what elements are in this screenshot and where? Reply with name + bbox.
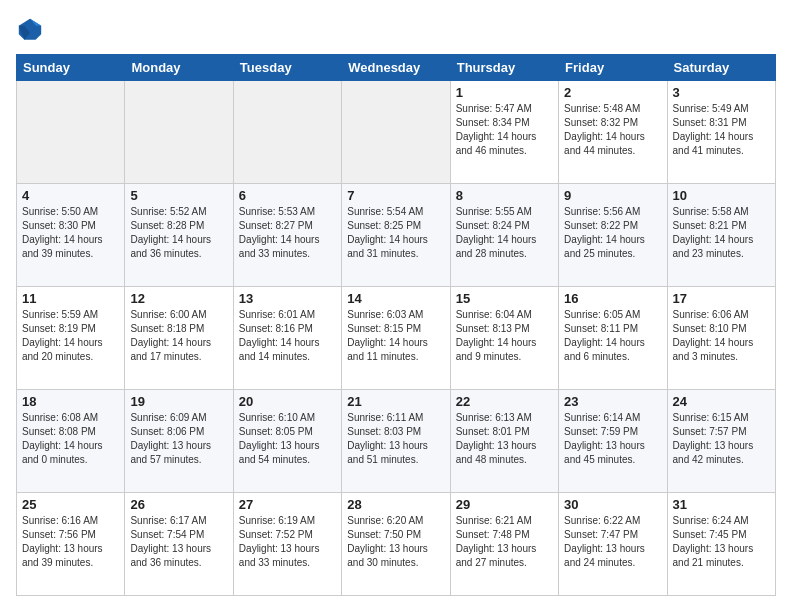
calendar-cell bbox=[342, 81, 450, 184]
day-number: 14 bbox=[347, 291, 444, 306]
day-info: Sunrise: 6:15 AM Sunset: 7:57 PM Dayligh… bbox=[673, 411, 770, 467]
calendar-cell: 6Sunrise: 5:53 AM Sunset: 8:27 PM Daylig… bbox=[233, 184, 341, 287]
calendar-cell: 12Sunrise: 6:00 AM Sunset: 8:18 PM Dayli… bbox=[125, 287, 233, 390]
day-info: Sunrise: 6:20 AM Sunset: 7:50 PM Dayligh… bbox=[347, 514, 444, 570]
week-row-2: 4Sunrise: 5:50 AM Sunset: 8:30 PM Daylig… bbox=[17, 184, 776, 287]
day-info: Sunrise: 6:24 AM Sunset: 7:45 PM Dayligh… bbox=[673, 514, 770, 570]
day-info: Sunrise: 5:53 AM Sunset: 8:27 PM Dayligh… bbox=[239, 205, 336, 261]
day-info: Sunrise: 6:21 AM Sunset: 7:48 PM Dayligh… bbox=[456, 514, 553, 570]
calendar-cell: 16Sunrise: 6:05 AM Sunset: 8:11 PM Dayli… bbox=[559, 287, 667, 390]
calendar-cell: 8Sunrise: 5:55 AM Sunset: 8:24 PM Daylig… bbox=[450, 184, 558, 287]
calendar-cell: 5Sunrise: 5:52 AM Sunset: 8:28 PM Daylig… bbox=[125, 184, 233, 287]
col-header-friday: Friday bbox=[559, 55, 667, 81]
calendar-cell: 14Sunrise: 6:03 AM Sunset: 8:15 PM Dayli… bbox=[342, 287, 450, 390]
day-info: Sunrise: 6:11 AM Sunset: 8:03 PM Dayligh… bbox=[347, 411, 444, 467]
day-info: Sunrise: 6:19 AM Sunset: 7:52 PM Dayligh… bbox=[239, 514, 336, 570]
day-info: Sunrise: 6:22 AM Sunset: 7:47 PM Dayligh… bbox=[564, 514, 661, 570]
calendar-cell: 3Sunrise: 5:49 AM Sunset: 8:31 PM Daylig… bbox=[667, 81, 775, 184]
day-number: 6 bbox=[239, 188, 336, 203]
day-number: 19 bbox=[130, 394, 227, 409]
day-number: 9 bbox=[564, 188, 661, 203]
day-number: 1 bbox=[456, 85, 553, 100]
day-info: Sunrise: 6:09 AM Sunset: 8:06 PM Dayligh… bbox=[130, 411, 227, 467]
day-number: 26 bbox=[130, 497, 227, 512]
day-number: 3 bbox=[673, 85, 770, 100]
day-info: Sunrise: 6:17 AM Sunset: 7:54 PM Dayligh… bbox=[130, 514, 227, 570]
calendar-cell: 17Sunrise: 6:06 AM Sunset: 8:10 PM Dayli… bbox=[667, 287, 775, 390]
calendar-cell: 9Sunrise: 5:56 AM Sunset: 8:22 PM Daylig… bbox=[559, 184, 667, 287]
calendar-cell: 28Sunrise: 6:20 AM Sunset: 7:50 PM Dayli… bbox=[342, 493, 450, 596]
day-number: 30 bbox=[564, 497, 661, 512]
calendar-cell: 26Sunrise: 6:17 AM Sunset: 7:54 PM Dayli… bbox=[125, 493, 233, 596]
calendar-cell: 18Sunrise: 6:08 AM Sunset: 8:08 PM Dayli… bbox=[17, 390, 125, 493]
calendar-cell: 1Sunrise: 5:47 AM Sunset: 8:34 PM Daylig… bbox=[450, 81, 558, 184]
day-number: 12 bbox=[130, 291, 227, 306]
day-number: 11 bbox=[22, 291, 119, 306]
day-number: 31 bbox=[673, 497, 770, 512]
week-row-5: 25Sunrise: 6:16 AM Sunset: 7:56 PM Dayli… bbox=[17, 493, 776, 596]
calendar-cell: 27Sunrise: 6:19 AM Sunset: 7:52 PM Dayli… bbox=[233, 493, 341, 596]
day-number: 25 bbox=[22, 497, 119, 512]
day-info: Sunrise: 5:58 AM Sunset: 8:21 PM Dayligh… bbox=[673, 205, 770, 261]
day-info: Sunrise: 5:55 AM Sunset: 8:24 PM Dayligh… bbox=[456, 205, 553, 261]
day-number: 23 bbox=[564, 394, 661, 409]
day-number: 7 bbox=[347, 188, 444, 203]
calendar-cell: 30Sunrise: 6:22 AM Sunset: 7:47 PM Dayli… bbox=[559, 493, 667, 596]
day-number: 18 bbox=[22, 394, 119, 409]
day-info: Sunrise: 6:05 AM Sunset: 8:11 PM Dayligh… bbox=[564, 308, 661, 364]
day-number: 28 bbox=[347, 497, 444, 512]
calendar-cell: 21Sunrise: 6:11 AM Sunset: 8:03 PM Dayli… bbox=[342, 390, 450, 493]
day-info: Sunrise: 5:52 AM Sunset: 8:28 PM Dayligh… bbox=[130, 205, 227, 261]
calendar-cell: 31Sunrise: 6:24 AM Sunset: 7:45 PM Dayli… bbox=[667, 493, 775, 596]
day-info: Sunrise: 6:03 AM Sunset: 8:15 PM Dayligh… bbox=[347, 308, 444, 364]
day-number: 5 bbox=[130, 188, 227, 203]
week-row-1: 1Sunrise: 5:47 AM Sunset: 8:34 PM Daylig… bbox=[17, 81, 776, 184]
day-info: Sunrise: 6:10 AM Sunset: 8:05 PM Dayligh… bbox=[239, 411, 336, 467]
page-header bbox=[16, 16, 776, 44]
calendar-table: SundayMondayTuesdayWednesdayThursdayFrid… bbox=[16, 54, 776, 596]
day-number: 8 bbox=[456, 188, 553, 203]
logo bbox=[16, 16, 48, 44]
day-number: 20 bbox=[239, 394, 336, 409]
week-row-3: 11Sunrise: 5:59 AM Sunset: 8:19 PM Dayli… bbox=[17, 287, 776, 390]
col-header-wednesday: Wednesday bbox=[342, 55, 450, 81]
calendar-cell: 10Sunrise: 5:58 AM Sunset: 8:21 PM Dayli… bbox=[667, 184, 775, 287]
day-number: 10 bbox=[673, 188, 770, 203]
day-info: Sunrise: 6:01 AM Sunset: 8:16 PM Dayligh… bbox=[239, 308, 336, 364]
day-info: Sunrise: 6:16 AM Sunset: 7:56 PM Dayligh… bbox=[22, 514, 119, 570]
calendar-cell: 11Sunrise: 5:59 AM Sunset: 8:19 PM Dayli… bbox=[17, 287, 125, 390]
col-header-thursday: Thursday bbox=[450, 55, 558, 81]
day-info: Sunrise: 5:54 AM Sunset: 8:25 PM Dayligh… bbox=[347, 205, 444, 261]
calendar-cell: 7Sunrise: 5:54 AM Sunset: 8:25 PM Daylig… bbox=[342, 184, 450, 287]
day-number: 4 bbox=[22, 188, 119, 203]
col-header-monday: Monday bbox=[125, 55, 233, 81]
col-header-saturday: Saturday bbox=[667, 55, 775, 81]
calendar-cell bbox=[233, 81, 341, 184]
week-row-4: 18Sunrise: 6:08 AM Sunset: 8:08 PM Dayli… bbox=[17, 390, 776, 493]
day-info: Sunrise: 5:50 AM Sunset: 8:30 PM Dayligh… bbox=[22, 205, 119, 261]
day-number: 2 bbox=[564, 85, 661, 100]
day-info: Sunrise: 6:13 AM Sunset: 8:01 PM Dayligh… bbox=[456, 411, 553, 467]
day-info: Sunrise: 6:08 AM Sunset: 8:08 PM Dayligh… bbox=[22, 411, 119, 467]
calendar-cell: 25Sunrise: 6:16 AM Sunset: 7:56 PM Dayli… bbox=[17, 493, 125, 596]
calendar-cell: 22Sunrise: 6:13 AM Sunset: 8:01 PM Dayli… bbox=[450, 390, 558, 493]
day-info: Sunrise: 6:06 AM Sunset: 8:10 PM Dayligh… bbox=[673, 308, 770, 364]
day-info: Sunrise: 5:47 AM Sunset: 8:34 PM Dayligh… bbox=[456, 102, 553, 158]
calendar-cell: 15Sunrise: 6:04 AM Sunset: 8:13 PM Dayli… bbox=[450, 287, 558, 390]
day-info: Sunrise: 6:14 AM Sunset: 7:59 PM Dayligh… bbox=[564, 411, 661, 467]
col-header-tuesday: Tuesday bbox=[233, 55, 341, 81]
calendar-cell: 23Sunrise: 6:14 AM Sunset: 7:59 PM Dayli… bbox=[559, 390, 667, 493]
day-number: 15 bbox=[456, 291, 553, 306]
calendar-cell: 29Sunrise: 6:21 AM Sunset: 7:48 PM Dayli… bbox=[450, 493, 558, 596]
day-number: 24 bbox=[673, 394, 770, 409]
day-number: 21 bbox=[347, 394, 444, 409]
calendar-cell bbox=[125, 81, 233, 184]
day-number: 17 bbox=[673, 291, 770, 306]
calendar-cell: 24Sunrise: 6:15 AM Sunset: 7:57 PM Dayli… bbox=[667, 390, 775, 493]
col-header-sunday: Sunday bbox=[17, 55, 125, 81]
day-number: 22 bbox=[456, 394, 553, 409]
day-info: Sunrise: 6:04 AM Sunset: 8:13 PM Dayligh… bbox=[456, 308, 553, 364]
day-number: 27 bbox=[239, 497, 336, 512]
calendar-cell: 4Sunrise: 5:50 AM Sunset: 8:30 PM Daylig… bbox=[17, 184, 125, 287]
logo-icon bbox=[16, 16, 44, 44]
